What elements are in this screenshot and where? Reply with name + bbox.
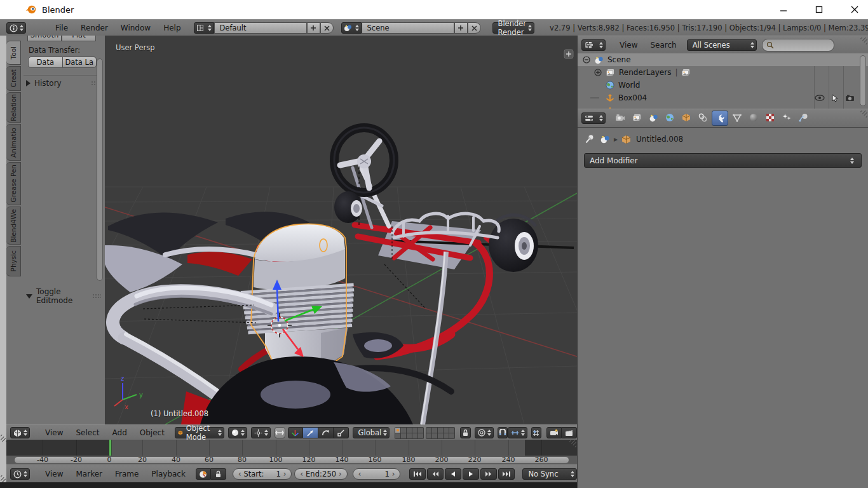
- outliner-row-partial[interactable]: [578, 104, 868, 109]
- data-transfer-data-layout-button[interactable]: Data La: [63, 57, 97, 68]
- screen-layout-browse-button[interactable]: [194, 22, 214, 34]
- scene-icon[interactable]: [600, 135, 610, 144]
- renderable-camera-icon[interactable]: [845, 94, 855, 102]
- tab-physics[interactable]: [796, 111, 811, 125]
- layer-cell[interactable]: [407, 428, 412, 433]
- layer-cell[interactable]: [412, 433, 417, 438]
- tab-world[interactable]: [662, 111, 677, 125]
- layer-cell[interactable]: [426, 433, 431, 438]
- layer-cell[interactable]: [401, 433, 406, 438]
- timeline-ruler[interactable]: -40 -20 0 20 40 60 80 100 120 140 160 18…: [6, 456, 577, 465]
- region-plus-button[interactable]: [564, 50, 573, 58]
- menu-select[interactable]: Select: [69, 425, 105, 440]
- add-modifier-button[interactable]: Add Modifier: [584, 153, 862, 168]
- renderlayer-toggle-icon[interactable]: [681, 69, 691, 77]
- jump-to-start-button[interactable]: [409, 468, 426, 480]
- history-panel-header[interactable]: History: [26, 79, 101, 88]
- tab-object[interactable]: [679, 111, 694, 125]
- tab-particles[interactable]: [779, 111, 794, 125]
- tab-object-data[interactable]: [729, 111, 745, 125]
- start-frame-field[interactable]: ‹ Start: 1 ›: [233, 468, 292, 480]
- snap-grid-button[interactable]: [531, 427, 541, 438]
- menu-playback[interactable]: Playback: [145, 466, 192, 482]
- outliner-row-renderlayers[interactable]: RenderLayers |: [578, 66, 868, 79]
- layer-cell[interactable]: [449, 433, 454, 438]
- maximize-button[interactable]: [810, 3, 829, 17]
- tab-texture[interactable]: [763, 111, 778, 125]
- editor-corner-handle[interactable]: [859, 111, 867, 119]
- current-frame-field[interactable]: ‹ 1 ›: [353, 468, 401, 480]
- scene-browse-button[interactable]: [341, 22, 362, 34]
- outliner-scrollbar[interactable]: [860, 55, 866, 106]
- layer-cell[interactable]: [449, 428, 454, 433]
- play-reverse-button[interactable]: [445, 468, 461, 480]
- prev-keyframe-button[interactable]: [427, 468, 444, 480]
- timeline-scrollbar[interactable]: [14, 456, 569, 464]
- breadcrumb-object-name[interactable]: Untitled.008: [636, 135, 683, 144]
- menu-outliner-search[interactable]: Search: [644, 37, 682, 53]
- visibility-eye-icon[interactable]: [815, 95, 825, 101]
- delete-screen-layout-button[interactable]: [320, 22, 334, 34]
- snap-element-select[interactable]: [508, 427, 527, 438]
- shelf-tab-animation[interactable]: Animatio: [6, 124, 21, 161]
- menu-timeline-view[interactable]: View: [39, 466, 69, 482]
- add-scene-button[interactable]: [454, 22, 468, 34]
- object-cube-icon[interactable]: [621, 135, 631, 144]
- end-frame-field[interactable]: ‹ End: 250 ›: [294, 468, 347, 480]
- screen-layout-name-field[interactable]: Default: [214, 22, 307, 34]
- layer-cell[interactable]: [401, 428, 406, 433]
- menu-render[interactable]: Render: [74, 20, 114, 36]
- shelf-tab-tools[interactable]: Tool: [6, 41, 21, 65]
- menu-window[interactable]: Window: [114, 20, 157, 36]
- snap-toggle-button[interactable]: [498, 427, 508, 438]
- menu-object[interactable]: Object: [133, 425, 171, 440]
- scene-name-field[interactable]: Scene: [362, 22, 454, 34]
- search-input[interactable]: [774, 41, 827, 50]
- sync-mode-select[interactable]: No Sync: [522, 468, 577, 480]
- menu-file[interactable]: File: [49, 20, 74, 36]
- outliner-row-world[interactable]: World: [578, 79, 868, 92]
- layer-cell[interactable]: [395, 433, 400, 438]
- shading-buttons-clipped[interactable]: Smooth Flat: [27, 36, 96, 42]
- preview-range-button[interactable]: [196, 468, 211, 480]
- tab-render-layers[interactable]: [629, 111, 644, 125]
- shelf-tab-relations[interactable]: Relation: [6, 92, 21, 123]
- minimize-button[interactable]: [774, 3, 793, 17]
- scale-manipulator-button[interactable]: [334, 427, 349, 438]
- tab-scene[interactable]: [646, 111, 661, 125]
- flat-button[interactable]: Flat: [62, 36, 96, 41]
- pin-icon[interactable]: [585, 134, 595, 144]
- rotate-manipulator-button[interactable]: [318, 427, 334, 438]
- close-button[interactable]: [845, 3, 864, 17]
- outliner-row-scene[interactable]: Scene: [578, 53, 868, 66]
- layer-cell[interactable]: [407, 433, 412, 438]
- editor-type-selector-info[interactable]: [6, 22, 26, 34]
- selectable-cursor-icon[interactable]: [831, 94, 838, 102]
- toggle-editmode-panel-header[interactable]: Toggle Editmode: [26, 287, 101, 305]
- translate-manipulator-button[interactable]: [303, 427, 318, 438]
- layer-cell[interactable]: [444, 433, 449, 438]
- menu-marker[interactable]: Marker: [69, 466, 108, 482]
- layer-cell[interactable]: [438, 428, 443, 433]
- outliner-search-box[interactable]: [762, 39, 834, 51]
- tab-modifiers[interactable]: [712, 111, 728, 126]
- editor-type-selector-timeline[interactable]: [10, 468, 30, 480]
- shelf-tab-physics[interactable]: Physic: [6, 246, 21, 276]
- manipulator-toggle-button[interactable]: [275, 427, 285, 438]
- next-keyframe-button[interactable]: [480, 468, 497, 480]
- lock-to-scene-button[interactable]: [460, 427, 470, 438]
- editor-corner-handle[interactable]: [859, 37, 867, 46]
- menu-frame[interactable]: Frame: [109, 466, 145, 482]
- proportional-edit-select[interactable]: [475, 427, 494, 438]
- lock-time-button[interactable]: [211, 468, 226, 480]
- delete-scene-button[interactable]: [468, 22, 481, 34]
- menu-help[interactable]: Help: [157, 20, 187, 36]
- pivot-point-select[interactable]: [251, 427, 271, 438]
- tab-material[interactable]: [746, 111, 761, 125]
- editor-type-selector-properties[interactable]: [581, 112, 606, 124]
- shelf-tab-create[interactable]: Creat: [6, 66, 21, 91]
- editor-corner-handle[interactable]: [568, 440, 576, 449]
- menu-add[interactable]: Add: [106, 425, 133, 440]
- opengl-render-button[interactable]: [546, 427, 562, 438]
- panel-grip-icon[interactable]: [92, 294, 101, 299]
